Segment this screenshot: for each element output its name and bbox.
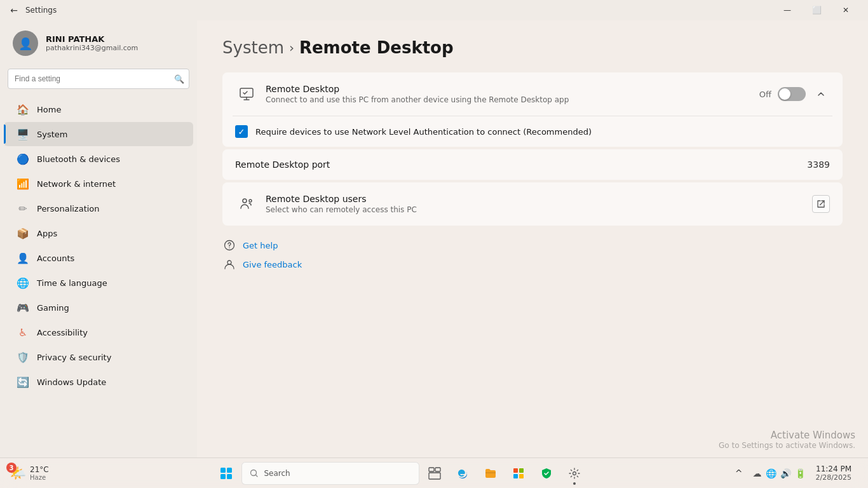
sidebar-item-home[interactable]: 🏠 Home <box>4 97 193 121</box>
show-desktop-button[interactable] <box>860 461 863 486</box>
page-title: Remote Desktop <box>299 38 454 57</box>
auth-row[interactable]: ✓ Require devices to use Network Level A… <box>222 116 843 147</box>
settings-taskbar-button[interactable] <box>562 461 587 486</box>
taskbar-search-text: Search <box>264 469 290 478</box>
back-button[interactable]: ← <box>8 4 20 17</box>
checkmark-icon: ✓ <box>238 127 245 137</box>
home-icon: 🏠 <box>17 103 29 116</box>
maximize-button[interactable]: ⬜ <box>802 0 831 20</box>
activate-subtitle: Go to Settings to activate Windows. <box>719 441 855 450</box>
svg-rect-13 <box>429 473 440 479</box>
security-button[interactable] <box>534 461 559 486</box>
titlebar: ← Settings — ⬜ ✕ <box>0 0 868 20</box>
svg-rect-16 <box>513 474 518 478</box>
user-profile[interactable]: 👤 RINI PATHAK pathakrini343@gmail.com <box>0 20 197 66</box>
rd-users-row: Remote Desktop users Select who can remo… <box>222 182 843 226</box>
search-icon: 🔍 <box>174 74 184 84</box>
sidebar-item-update[interactable]: 🔄 Windows Update <box>4 370 193 394</box>
sidebar-item-privacy[interactable]: 🛡️ Privacy & security <box>4 345 193 369</box>
remote-desktop-toggle-area: Off <box>759 85 830 103</box>
remote-desktop-title: Remote Desktop <box>266 84 752 94</box>
file-explorer-button[interactable] <box>478 461 503 486</box>
minimize-button[interactable]: — <box>773 0 802 20</box>
sidebar-item-accounts[interactable]: 👤 Accounts <box>4 246 193 270</box>
svg-rect-11 <box>429 468 434 471</box>
svg-rect-17 <box>519 474 524 478</box>
window-title: Settings <box>25 6 768 15</box>
port-label: Remote Desktop port <box>235 159 807 170</box>
system-tray[interactable]: ^ <box>730 466 748 481</box>
avatar: 👤 <box>13 30 38 56</box>
give-feedback-link[interactable]: Give feedback <box>243 260 302 269</box>
sidebar-item-label: Windows Update <box>37 377 106 387</box>
sidebar: 👤 RINI PATHAK pathakrini343@gmail.com 🔍 … <box>0 0 197 458</box>
system-icon: 🖥️ <box>17 128 29 140</box>
sidebar-item-accessibility[interactable]: ♿ Accessibility <box>4 320 193 344</box>
taskbar-center: Search <box>76 461 725 486</box>
activate-watermark: Activate Windows Go to Settings to activ… <box>719 430 855 450</box>
remote-desktop-toggle[interactable] <box>778 87 806 101</box>
remote-desktop-text: Remote Desktop Connect to and use this P… <box>266 84 752 104</box>
close-button[interactable]: ✕ <box>831 0 860 20</box>
sidebar-item-time[interactable]: 🌐 Time & language <box>4 271 193 295</box>
give-feedback-item: Give feedback <box>222 257 843 271</box>
sidebar-item-network[interactable]: 📶 Network & internet <box>4 172 193 196</box>
store-button[interactable] <box>506 461 531 486</box>
sidebar-item-personalization[interactable]: ✏️ Personalization <box>4 196 193 220</box>
port-row: Remote Desktop port 3389 <box>222 149 843 180</box>
svg-point-5 <box>227 261 231 264</box>
sidebar-item-gaming[interactable]: 🎮 Gaming <box>4 295 193 320</box>
svg-point-1 <box>243 199 247 203</box>
sidebar-item-label: System <box>37 130 67 139</box>
bluetooth-icon: 🔵 <box>17 152 29 165</box>
volume-icon[interactable]: 🔊 <box>780 468 791 478</box>
battery-icon[interactable]: 🔋 <box>795 468 806 478</box>
svg-rect-12 <box>435 468 440 471</box>
weather-widget[interactable]: 🌤️ 3 21°C Haze <box>5 463 53 484</box>
weather-icon: 🌤️ 3 <box>9 465 26 481</box>
update-icon: 🔄 <box>17 376 29 388</box>
cloud-icon[interactable]: ☁️ <box>753 468 762 478</box>
gaming-icon: 🎮 <box>17 301 29 314</box>
weather-condition: Haze <box>30 474 49 481</box>
clock-date: 2/28/2025 <box>816 473 851 482</box>
task-view-button[interactable] <box>422 461 447 486</box>
toggle-state-label: Off <box>759 90 771 99</box>
svg-point-18 <box>573 471 576 475</box>
taskbar-right: ^ ☁️ 🌐 🔊 🔋 11:24 PM 2/28/2025 <box>725 461 868 486</box>
rd-users-description: Select who can remotely access this PC <box>266 205 804 214</box>
svg-rect-14 <box>513 468 518 473</box>
auth-checkbox[interactable]: ✓ <box>235 125 248 138</box>
user-email: pathakrini343@gmail.com <box>46 44 138 52</box>
apps-icon: 📦 <box>17 227 29 240</box>
rd-users-external-link-button[interactable] <box>812 195 830 213</box>
sidebar-item-apps[interactable]: 📦 Apps <box>4 221 193 245</box>
sidebar-item-bluetooth[interactable]: 🔵 Bluetooth & devices <box>4 147 193 171</box>
breadcrumb-parent[interactable]: System <box>222 38 284 57</box>
accounts-icon: 👤 <box>17 252 29 264</box>
language-icon[interactable]: 🌐 <box>766 468 776 478</box>
sidebar-item-label: Time & language <box>37 278 107 288</box>
settings-search-box: 🔍 <box>8 69 189 89</box>
edge-button[interactable] <box>450 461 475 486</box>
activate-title: Activate Windows <box>719 430 855 441</box>
page-header: System › Remote Desktop <box>222 38 843 57</box>
taskbar-search-icon <box>250 469 259 478</box>
sidebar-item-label: Accessibility <box>37 328 88 337</box>
svg-rect-15 <box>519 468 524 473</box>
rd-users-card: Remote Desktop users Select who can remo… <box>222 182 843 226</box>
get-help-link[interactable]: Get help <box>243 241 278 250</box>
get-help-icon <box>222 238 236 252</box>
sidebar-item-system[interactable]: 🖥️ System <box>4 122 193 146</box>
svg-rect-6 <box>220 468 226 473</box>
clock-time: 11:24 PM <box>816 464 851 473</box>
taskbar-search-bar[interactable]: Search <box>241 462 419 485</box>
sidebar-item-label: Personalization <box>37 204 100 214</box>
remote-desktop-card: Remote Desktop Connect to and use this P… <box>222 72 843 147</box>
search-input[interactable] <box>8 69 189 89</box>
start-button[interactable] <box>214 461 239 486</box>
chevron-up-button[interactable] <box>812 85 830 103</box>
main-content: System › Remote Desktop Remote Desktop C… <box>197 20 868 488</box>
clock[interactable]: 11:24 PM 2/28/2025 <box>811 463 857 483</box>
privacy-icon: 🛡️ <box>17 351 29 363</box>
